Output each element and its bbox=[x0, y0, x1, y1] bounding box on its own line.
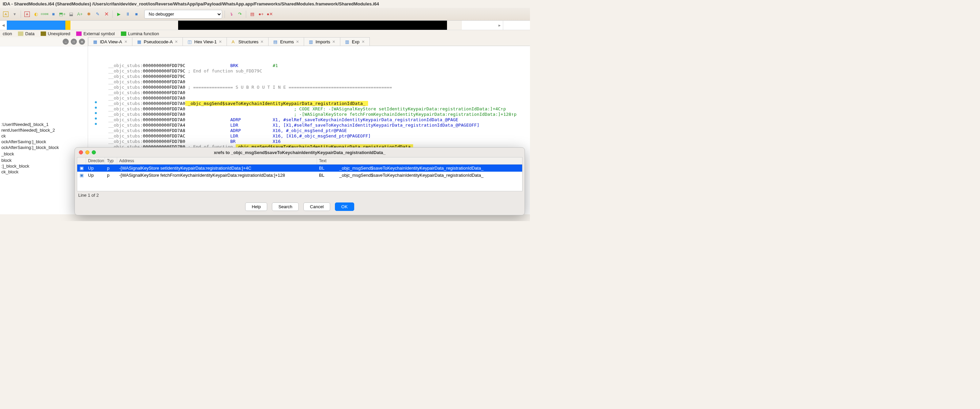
cancel-button[interactable]: Cancel bbox=[304, 202, 330, 211]
disasm-line[interactable]: __objc_stubs:0000000000FDD79C ; End of f… bbox=[108, 68, 530, 74]
tool-box-a-icon[interactable]: A bbox=[23, 11, 31, 18]
xrefs-dialog: xrefs to _objc_msgSend$saveToKeychainIde… bbox=[75, 147, 525, 215]
search-button[interactable]: Search bbox=[272, 202, 299, 211]
tool-delete-icon[interactable]: ✕ bbox=[103, 11, 110, 18]
breakpoint-dot-icon[interactable] bbox=[95, 101, 97, 103]
disasm-line[interactable]: __objc_stubs:0000000000FDD7A0 ; CODE XRE… bbox=[108, 106, 530, 112]
xref-row-icon: ▣ bbox=[80, 166, 84, 171]
zoom-window-icon[interactable] bbox=[92, 150, 96, 154]
tab-label: Pseudocode-A bbox=[144, 39, 173, 45]
tool-code-icon[interactable]: CODE bbox=[41, 11, 48, 18]
function-item[interactable]: :UserIfNeeded]_block_1 bbox=[0, 121, 88, 127]
bp-list-icon[interactable]: ▤ bbox=[248, 11, 256, 18]
dialog-titlebar[interactable]: xrefs to _objc_msgSend$saveToKeychainIde… bbox=[75, 148, 525, 157]
th-text[interactable]: Text bbox=[317, 158, 522, 164]
stop-icon[interactable]: ■ bbox=[133, 11, 140, 18]
disasm-line[interactable]: __objc_stubs:0000000000FDD7A8 ADRP X16, … bbox=[108, 128, 530, 134]
dialog-status: Line 1 of 2 bbox=[75, 191, 525, 199]
ok-button[interactable]: OK bbox=[335, 202, 354, 211]
tool-plus-a-icon[interactable]: A+ bbox=[76, 11, 84, 18]
pause-icon[interactable]: ⏸ bbox=[124, 11, 131, 18]
tab-icon: ◫ bbox=[188, 39, 192, 44]
function-item[interactable]: rentUserIfNeeded]_block_2 bbox=[0, 127, 88, 133]
disasm-line[interactable]: __objc_stubs:0000000000FDD7A4 LDR X1, [X… bbox=[108, 123, 530, 128]
debugger-select[interactable]: No debugger bbox=[144, 10, 222, 19]
bp-add-icon[interactable]: ●+ bbox=[257, 11, 265, 18]
legend-label: Unexplored bbox=[48, 31, 70, 36]
legend-label: External symbol bbox=[83, 31, 115, 36]
tab-structures[interactable]: AStructures✕ bbox=[226, 37, 269, 46]
tool-star-icon[interactable]: ✱ bbox=[85, 11, 92, 18]
run-icon[interactable]: ▶ bbox=[115, 11, 123, 18]
tab-close-icon[interactable]: ✕ bbox=[124, 40, 127, 44]
panel-minimize-icon[interactable]: – bbox=[63, 38, 69, 45]
tool-rename-icon[interactable]: ✎ bbox=[94, 11, 101, 18]
tab-label: Structures bbox=[239, 39, 258, 45]
breakpoint-dot-icon[interactable] bbox=[95, 123, 97, 125]
disasm-line[interactable]: __objc_stubs:0000000000FDD79C bbox=[108, 74, 530, 79]
function-item[interactable]: ck bbox=[0, 133, 88, 139]
tab-close-icon[interactable]: ✕ bbox=[175, 40, 178, 44]
xref-row[interactable]: ▣Upp-[WASignalKeyStore setIdentityKeypai… bbox=[77, 164, 522, 172]
panel-close-icon[interactable]: ✕ bbox=[79, 38, 85, 45]
breakpoint-dot-icon[interactable] bbox=[95, 118, 97, 119]
tool-struct-add-icon[interactable]: ⬒+ bbox=[59, 11, 66, 18]
tool-data-icon[interactable]: ▦ bbox=[50, 11, 57, 18]
tab-icon: ▤ bbox=[273, 39, 278, 44]
tab-label: IDA View-A bbox=[100, 39, 122, 45]
tab-close-icon[interactable]: ✕ bbox=[362, 40, 365, 44]
tool-text-a-icon[interactable]: A bbox=[2, 11, 10, 18]
step-over-icon[interactable]: ↷ bbox=[236, 11, 243, 18]
xref-row-icon: ▣ bbox=[80, 173, 84, 178]
function-item[interactable]: ockAfterSaving:]_block bbox=[0, 139, 88, 145]
step-into-icon[interactable]: ↴ bbox=[227, 11, 235, 18]
tab-close-icon[interactable]: ✕ bbox=[296, 40, 299, 44]
disasm-line[interactable]: __objc_stubs:0000000000FDD7A0 ADRP X1, #… bbox=[108, 117, 530, 123]
th-direction[interactable]: Direction bbox=[86, 158, 105, 164]
breakpoint-dot-icon[interactable] bbox=[95, 107, 97, 109]
disasm-line[interactable]: __objc_stubs:0000000000FDD7A0 _objc_msgS… bbox=[108, 101, 530, 106]
minimize-window-icon[interactable] bbox=[85, 150, 89, 154]
help-button[interactable]: Help bbox=[245, 202, 267, 211]
tab-exp[interactable]: ▥Exp✕ bbox=[340, 37, 369, 46]
close-window-icon[interactable] bbox=[79, 150, 83, 154]
disasm-line[interactable]: __objc_stubs:0000000000FDD7A0 ; -[WASign… bbox=[108, 112, 530, 117]
legend-bar: ction Data Unexplored External symbol Lu… bbox=[0, 30, 530, 37]
disasm-line[interactable]: __objc_stubs:0000000000FDD79C BRK #1 bbox=[108, 63, 530, 68]
tool-dropdown-icon[interactable]: ▾ bbox=[11, 11, 18, 18]
tool-struct2-icon[interactable]: ⬓ bbox=[67, 11, 75, 18]
th-address[interactable]: Address bbox=[117, 158, 317, 164]
tab-label: Hex View-1 bbox=[194, 39, 217, 45]
main-toolbar: A ▾ A ◐ CODE ▦ ⬒+ ⬓ A+ ✱ ✎ ✕ ▶ ⏸ ■ No de… bbox=[0, 8, 530, 21]
legend-data-box bbox=[18, 32, 23, 36]
tab-icon: ▥ bbox=[309, 39, 313, 44]
disasm-line[interactable]: __objc_stubs:0000000000FDD7B0 BR X16 bbox=[108, 139, 530, 144]
xrefs-table[interactable]: Direction Typ Address Text ▣Upp-[WASigna… bbox=[77, 157, 522, 191]
tab-enums[interactable]: ▤Enums✕ bbox=[268, 37, 304, 46]
nav-right-icon[interactable]: ▸ bbox=[496, 21, 503, 30]
legend-label: ction bbox=[3, 31, 12, 36]
panel-dock-icon[interactable]: □ bbox=[71, 38, 77, 45]
breakpoint-dot-icon[interactable] bbox=[95, 112, 97, 114]
tab-hex-view-1[interactable]: ◫Hex View-1✕ bbox=[183, 37, 227, 46]
navigation-band[interactable]: ◄ ▸ bbox=[0, 21, 530, 30]
tab-close-icon[interactable]: ✕ bbox=[332, 40, 335, 44]
view-tabs: ▦IDA View-A✕▦Pseudocode-A✕◫Hex View-1✕AS… bbox=[88, 37, 530, 46]
disasm-line[interactable]: __objc_stubs:0000000000FDD7A0 bbox=[108, 79, 530, 84]
tab-pseudocode-a[interactable]: ▦Pseudocode-A✕ bbox=[132, 37, 183, 46]
tab-label: Imports bbox=[316, 39, 330, 45]
tab-close-icon[interactable]: ✕ bbox=[261, 40, 264, 44]
bp-del-icon[interactable]: ●✕ bbox=[266, 11, 274, 18]
xref-row[interactable]: ▣Upp-[WASignalKeyStore fetchFromKeychain… bbox=[77, 172, 522, 179]
tab-imports[interactable]: ▥Imports✕ bbox=[304, 37, 340, 46]
disasm-line[interactable]: __objc_stubs:0000000000FDD7A0 bbox=[108, 95, 530, 101]
tool-pacman-icon[interactable]: ◐ bbox=[32, 11, 40, 18]
disasm-line[interactable]: __objc_stubs:0000000000FDD7AC LDR X16, [… bbox=[108, 134, 530, 139]
nav-left-icon[interactable]: ◄ bbox=[0, 21, 7, 30]
tab-ida-view-a[interactable]: ▦IDA View-A✕ bbox=[88, 37, 132, 46]
tab-label: Exp bbox=[352, 39, 359, 45]
tab-close-icon[interactable]: ✕ bbox=[219, 40, 222, 44]
disasm-line[interactable]: __objc_stubs:0000000000FDD7A0 bbox=[108, 90, 530, 95]
th-type[interactable]: Typ bbox=[105, 158, 117, 164]
disasm-line[interactable]: __objc_stubs:0000000000FDD7A0 ; ========… bbox=[108, 84, 530, 90]
